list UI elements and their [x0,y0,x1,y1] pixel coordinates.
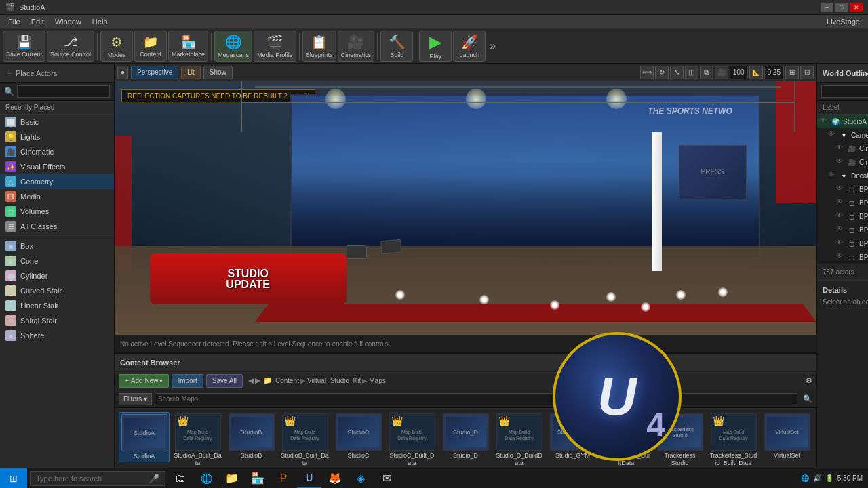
toolbar-more-icon[interactable]: » [487,40,498,52]
outliner-search-input[interactable] [821,85,868,98]
category-all-classes[interactable]: ☰ All Classes [0,219,114,234]
taskbar-app-chrome[interactable]: 🌐 [194,468,218,489]
nav-back-icon[interactable]: ◀ [248,376,254,385]
marketplace-button[interactable]: 🏪 Marketplace [168,30,208,62]
show-button[interactable]: Show [203,66,233,79]
asset-trackerless-built[interactable]: 👑 Map BuildData Registry Trackerless_Stu… [708,412,759,468]
filters-button[interactable]: Filters ▾ [119,393,152,405]
asset-virtual-set[interactable]: VirtualSet VirtualSet [762,412,812,461]
outliner-decal-5[interactable]: 👁 ◻ BP_Tape_Decales5 Edit BP_Tape_Dec [817,237,868,250]
start-button[interactable]: ⊞ [0,468,27,489]
category-visual-effects[interactable]: ✨ Visual Effects [0,159,114,174]
category-volumes[interactable]: ◻ Volumes [0,204,114,219]
taskbar-search-input[interactable] [36,474,149,483]
asset-studio-gym[interactable]: Studio_GYM Studio_GYM [547,412,598,461]
search-input[interactable] [17,85,110,98]
lit-mode-button[interactable]: Lit [181,66,201,79]
cinematics-button[interactable]: 🎥 Cinematics [338,30,375,62]
outliner-decals-folder[interactable]: 👁 ▾ Decals Folder [817,169,868,182]
category-lights[interactable]: 💡 Lights [0,129,114,144]
scale-icon[interactable]: ⤡ [670,66,684,79]
realtime-toggle[interactable]: ● [117,66,128,79]
taskbar-app-explorer[interactable]: 🗂 [168,468,193,489]
asset-studio-a[interactable]: StudioA StudioA [119,412,170,462]
asset-studio-b[interactable]: StudioB StudioB [226,412,277,461]
category-media[interactable]: 🎞 Media [0,189,114,204]
outliner-cine-1[interactable]: 👁 🎥 CineCameraActor1 CineCameraActor [817,142,868,155]
taskbar-app-vscode[interactable]: ◈ [349,468,373,489]
asset-studio-b-built[interactable]: 👑 Map BuildData Registry StudioB_Built_D… [279,412,330,468]
cb-settings-icon[interactable]: ⚙ [806,376,812,385]
visibility-icon-cine1: 👁 [836,144,846,153]
menu-window[interactable]: Window [50,18,87,26]
item-cylinder[interactable]: ⬤ Cylinder [0,268,114,283]
close-button[interactable]: ✕ [850,3,863,12]
nav-virtual-studio[interactable]: Virtual_Studio_Kit [307,377,361,384]
launch-button[interactable]: 🚀 Launch [453,30,486,62]
viewport-options-icon[interactable]: ⊡ [800,66,814,79]
item-sphere[interactable]: ● Sphere [0,328,114,343]
minimize-button[interactable]: ─ [821,3,833,12]
asset-studio-d-built[interactable]: 👑 Map BuildData Registry Studio_D_BuildD… [494,412,545,468]
asset-studio-a-built[interactable]: 👑 Map BuildData Registry StudioA_Built_D… [172,412,223,468]
maximize-button[interactable]: □ [835,3,848,12]
local-space-icon[interactable]: ⧉ [700,66,713,79]
menu-edit[interactable]: Edit [26,18,50,26]
modes-button[interactable]: ⚙ Modes [100,30,133,62]
taskbar-app-ue4[interactable]: U [297,468,321,489]
nav-forward-icon[interactable]: ▶ [255,376,260,385]
camera-speed-icon[interactable]: 🎥 [715,66,728,79]
angle-icon[interactable]: 📐 [749,66,763,79]
taskbar-app-powerpoint[interactable]: P [271,468,296,489]
play-button[interactable]: ▶ Play [419,30,452,62]
surface-snap-icon[interactable]: ◫ [685,66,698,79]
media-profile-button[interactable]: 🎬 Media Profile [254,30,296,62]
outliner-cine-2[interactable]: 👁 🎥 CineCameraActor2 CineCameraActor [817,155,868,169]
category-geometry[interactable]: △ Geometry [0,174,114,189]
build-button[interactable]: 🔨 Build [380,30,413,62]
content-button[interactable]: 📁 Content [134,30,167,62]
item-linear-stair[interactable]: ≡ Linear Stair [0,298,114,313]
asset-studio-c[interactable]: StudioC StudioC [333,412,384,461]
grid-icon[interactable]: ⊞ [785,66,799,79]
translate-icon[interactable]: ⟺ [640,66,654,79]
item-spiral-stair[interactable]: ↺ Spiral Stair [0,313,114,328]
asset-studio-d[interactable]: Studio_D Studio_D [440,412,491,461]
category-cinematic[interactable]: 🎥 Cinematic [0,144,114,159]
viewport[interactable]: REFLECTION CAPTURES NEED TO BE REBUILT 2… [115,81,816,335]
vis-d1: 👁 [836,184,846,194]
asset-studio-c-built[interactable]: 👑 Map BuildData Registry StudioC_Built_D… [387,412,437,468]
outliner-root[interactable]: 👁 🌍 StudioA (Editor) World [817,115,868,128]
source-control-button[interactable]: ⎇ Source Control [47,30,94,62]
nav-content[interactable]: Content [275,377,299,384]
outliner-decal-3[interactable]: 👁 ◻ BP_Tape_Decales3 Edit BP_Tape_Dec [817,209,868,223]
search-maps-input[interactable] [155,393,797,405]
outliner-decal-6[interactable]: 👁 ◻ BP_Tape_Decales6 Edit BP_Tape_Dec [817,250,868,264]
taskbar-app-folder[interactable]: 📁 [220,468,244,489]
outliner-decal-2[interactable]: 👁 ◻ BP_Tape_Decales2 Edit BP_Tape_Dec [817,196,868,209]
taskbar-app-firefox[interactable]: 🦊 [323,468,347,489]
outliner-cameras-folder[interactable]: 👁 ▾ Cameras Folder [817,128,868,142]
asset-studio-gym-built[interactable]: 👑 Map BuildData Registry Studio_GYM_Buil… [601,412,652,468]
perspective-mode-button[interactable]: Perspective [131,66,178,79]
item-box[interactable]: ■ Box [0,239,114,253]
save-current-button[interactable]: 💾 Save Current [3,30,45,62]
blueprints-button[interactable]: 📋 Blueprints [302,30,336,62]
save-all-button[interactable]: Save All [206,374,243,388]
megascans-button[interactable]: 🌐 Megascans [214,30,252,62]
outliner-decal-1[interactable]: 👁 ◻ BP_Tape_Decales Edit BP_Tape_Dec [817,182,868,196]
rotate-icon[interactable]: ↻ [655,66,669,79]
item-cone[interactable]: ▲ Cone [0,253,114,268]
taskbar-app-mail[interactable]: ✉ [374,468,399,489]
menu-file[interactable]: File [3,18,26,26]
item-curved-stair[interactable]: ↗ Curved Stair [0,283,114,298]
category-basic[interactable]: ⬜ Basic [0,115,114,129]
taskbar-app-store[interactable]: 🏪 [245,468,270,489]
fov-value: 100 [730,66,748,79]
asset-trackerless[interactable]: Trackerless Studio Trackerless Studio [654,412,705,468]
outliner-decal-4[interactable]: 👁 ◻ BP_Tape_Decales4 Edit BP_Tape_Dec [817,223,868,237]
menu-help[interactable]: Help [87,18,113,26]
add-new-button[interactable]: + Add New ▾ [119,374,169,388]
import-button[interactable]: Import [172,374,203,388]
nav-maps[interactable]: Maps [369,377,385,384]
